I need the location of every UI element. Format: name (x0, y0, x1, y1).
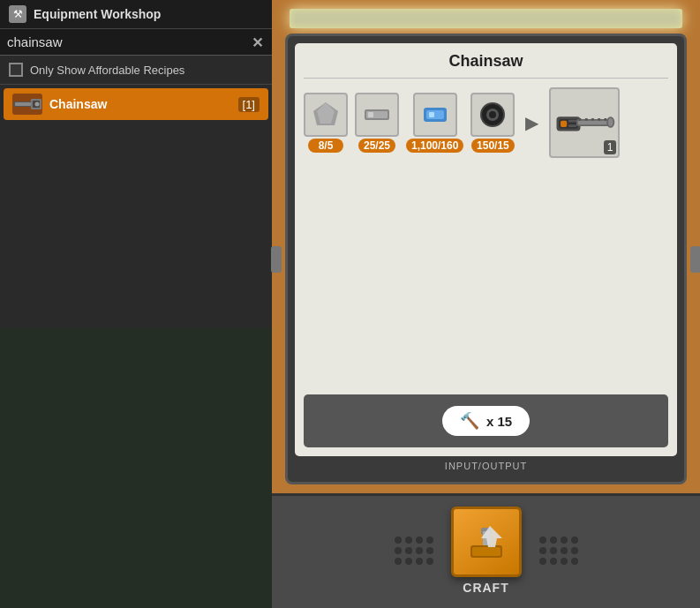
affordable-filter-checkbox[interactable] (9, 63, 23, 77)
ingredient-3: 1,100/160 (406, 93, 463, 153)
craft-ingredients: 8/5 25/25 (304, 87, 668, 158)
filter-row: Only Show Affordable Recipes (0, 56, 272, 85)
speaker-dot (561, 558, 568, 565)
craft-button-icon (463, 519, 509, 565)
speaker-dot (405, 547, 412, 554)
input-output-label: INPUT/OUTPUT (295, 456, 677, 475)
speaker-dot (405, 537, 412, 544)
svg-rect-28 (568, 120, 576, 123)
action-text: x 15 (486, 414, 512, 429)
speaker-dot (426, 537, 433, 544)
nav-right-button[interactable] (690, 246, 700, 273)
left-panel: ⚒ Equipment Workshop ✕ Only Show Afforda… (0, 0, 272, 608)
speaker-dot (416, 558, 423, 565)
svg-rect-19 (578, 121, 608, 125)
svg-rect-4 (15, 102, 31, 106)
ingredient-3-icon (413, 93, 457, 137)
search-bar: ✕ (0, 29, 272, 56)
speaker-dot (571, 558, 578, 565)
craft-title: Chainsaw (304, 52, 668, 79)
affordable-filter-label: Only Show Affordable Recipes (30, 64, 184, 77)
svg-rect-12 (429, 112, 434, 117)
output-icon: 1 (549, 87, 620, 158)
svg-rect-31 (472, 547, 501, 556)
craft-button-label: CRAFT (463, 581, 508, 595)
svg-rect-20 (579, 118, 582, 121)
speaker-dot (550, 558, 557, 565)
svg-marker-6 (317, 102, 335, 124)
speaker-dot (395, 547, 402, 554)
svg-rect-27 (561, 121, 567, 127)
speaker-dot (539, 558, 546, 565)
svg-rect-23 (598, 118, 601, 121)
speaker-dot (539, 547, 546, 554)
speaker-dot (426, 558, 433, 565)
speaker-dot (539, 537, 546, 544)
speaker-dot (395, 537, 402, 544)
speaker-dot (571, 547, 578, 554)
recipe-item-count: [1] (238, 97, 260, 112)
machine-body: Chainsaw 8/5 (272, 28, 700, 493)
svg-rect-29 (568, 124, 576, 127)
right-panel: Chainsaw 8/5 (272, 0, 700, 608)
window-title: Equipment Workshop (34, 7, 161, 21)
speaker-dot (550, 547, 557, 554)
svg-point-3 (35, 102, 40, 107)
speaker-dot (561, 547, 568, 554)
ingredient-2: 25/25 (355, 93, 399, 153)
svg-point-15 (489, 111, 496, 118)
workshop-icon: ⚒ (9, 5, 26, 23)
left-speaker-grille (395, 537, 433, 565)
craft-action-pill: 🔨 x 15 (442, 406, 530, 436)
ingredient-2-icon (355, 93, 399, 137)
arrow-right: ▶ (525, 112, 538, 133)
ingredient-1-icon (304, 93, 348, 137)
speaker-dot (426, 547, 433, 554)
recipe-item[interactable]: Chainsaw [1] (4, 88, 268, 120)
svg-point-26 (608, 118, 613, 126)
ingredient-1: 8/5 (304, 93, 348, 153)
right-side-detail (539, 537, 578, 565)
svg-rect-24 (605, 118, 607, 121)
ingredient-4-count: 150/15 (471, 139, 515, 153)
chainsaw-small-icon (13, 96, 41, 112)
ingredient-3-count: 1,100/160 (406, 139, 463, 153)
svg-rect-22 (591, 118, 594, 121)
search-input[interactable] (7, 34, 265, 49)
action-hammer-icon: 🔨 (460, 411, 479, 431)
speaker-dot (395, 558, 402, 565)
bottom-section: CRAFT (272, 493, 700, 608)
ingredient-1-count: 8/5 (308, 139, 343, 153)
ingredient-4: 150/15 (470, 93, 515, 153)
recipe-item-name: Chainsaw (49, 97, 231, 111)
craft-button[interactable] (451, 507, 522, 577)
speaker-dot (405, 558, 412, 565)
svg-rect-21 (585, 118, 588, 121)
speaker-dot (416, 547, 423, 554)
ingredient-4-icon (470, 93, 515, 137)
search-clear-button[interactable]: ✕ (252, 34, 263, 50)
speaker-dot (561, 537, 568, 544)
craft-action-area: 🔨 x 15 (304, 394, 668, 447)
craft-button-container: CRAFT (451, 507, 522, 595)
light-bar (290, 9, 682, 28)
title-bar: ⚒ Equipment Workshop (0, 0, 272, 29)
speaker-dot (416, 537, 423, 544)
craft-screen: Chainsaw 8/5 (285, 34, 687, 484)
speaker-dot (550, 537, 557, 544)
craft-screen-inner: Chainsaw 8/5 (295, 43, 677, 456)
nav-left-button[interactable] (271, 246, 282, 273)
svg-rect-9 (368, 112, 373, 117)
recipe-item-icon (12, 94, 42, 115)
ingredient-2-count: 25/25 (358, 139, 395, 153)
right-speaker-grille (539, 537, 578, 565)
speaker-dot (571, 537, 578, 544)
left-side-detail (395, 537, 433, 565)
output-count-badge: 1 (604, 140, 617, 154)
recipe-list: Chainsaw [1] (0, 85, 272, 608)
